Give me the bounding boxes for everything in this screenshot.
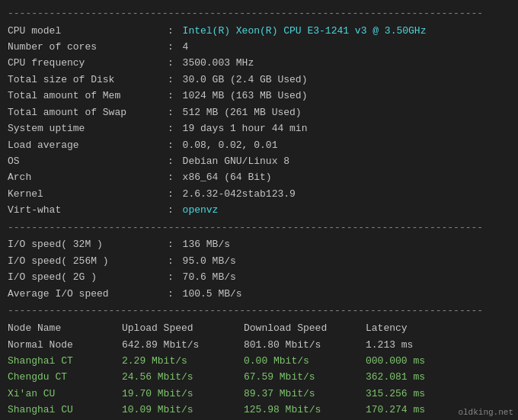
sys-info-row: Kernel: 2.6.32-042stab123.9 xyxy=(8,186,510,202)
sys-info-value: 19 days 1 hour 44 min xyxy=(183,120,308,136)
node-name: Shanghai CU xyxy=(8,402,122,418)
sys-info-value: Intel(R) Xeon(R) CPU E3-1241 v3 @ 3.50GH… xyxy=(183,23,427,39)
colon: : xyxy=(168,88,180,104)
sys-info-row: CPU model: Intel(R) Xeon(R) CPU E3-1241 … xyxy=(8,23,510,39)
col-header-node: Node Name xyxy=(8,320,122,337)
sys-info-value: 0.08, 0.02, 0.01 xyxy=(183,137,278,153)
io-speed-label: Average I/O speed xyxy=(8,286,168,302)
sys-info-value: Debian GNU/Linux 8 xyxy=(183,153,289,169)
divider-mid: ----------------------------------------… xyxy=(8,220,510,236)
colon: : xyxy=(168,253,180,269)
sys-info-row: Total amount of Mem: 1024 MB (163 MB Use… xyxy=(8,88,510,104)
sys-info-label: Number of cores xyxy=(8,39,168,55)
node-name: Shanghai CT xyxy=(8,353,122,369)
sys-info-row: System uptime: 19 days 1 hour 44 min xyxy=(8,120,510,136)
sys-info-label: Virt-what xyxy=(8,202,168,218)
upload-speed: 19.70 Mbit/s xyxy=(122,386,244,402)
system-info-section: CPU model: Intel(R) Xeon(R) CPU E3-1241 … xyxy=(8,21,510,220)
download-speed: 125.98 Mbit/s xyxy=(244,402,366,418)
latency: 315.256 ms xyxy=(366,386,457,402)
sys-info-row: Arch: x86_64 (64 Bit) xyxy=(8,169,510,185)
upload-speed: 10.09 Mbit/s xyxy=(122,402,244,418)
colon: : xyxy=(168,23,180,39)
sys-info-row: OS: Debian GNU/Linux 8 xyxy=(8,153,510,169)
sys-info-value: x86_64 (64 Bit) xyxy=(183,169,272,185)
sys-info-value: 4 xyxy=(183,39,189,55)
io-speed-label: I/O speed( 32M ) xyxy=(8,236,168,252)
io-speed-label: I/O speed( 256M ) xyxy=(8,253,168,269)
sys-info-value: 30.0 GB (2.4 GB Used) xyxy=(183,72,308,88)
sys-info-label: Total size of Disk xyxy=(8,72,168,88)
download-speed: 89.37 Mbit/s xyxy=(244,386,366,402)
io-speed-label: I/O speed( 2G ) xyxy=(8,269,168,285)
sys-info-value: openvz xyxy=(183,202,219,218)
upload-speed: 642.89 Mbit/s xyxy=(122,337,244,353)
colon: : xyxy=(168,186,180,202)
terminal-output: ----------------------------------------… xyxy=(8,6,510,420)
sys-info-row: Total amount of Swap: 512 MB (261 MB Use… xyxy=(8,104,510,120)
sys-info-label: OS xyxy=(8,153,168,169)
colon: : xyxy=(168,169,180,185)
table-row: Shanghai CU10.09 Mbit/s125.98 Mbit/s170.… xyxy=(8,402,510,418)
sys-info-label: Load average xyxy=(8,137,168,153)
colon: : xyxy=(168,269,180,285)
divider-bottom: ----------------------------------------… xyxy=(8,303,510,319)
colon: : xyxy=(168,137,180,153)
table-body: Normal Node642.89 Mbit/s801.80 Mbit/s1.2… xyxy=(8,337,510,420)
sys-info-label: CPU frequency xyxy=(8,55,168,71)
sys-info-label: Arch xyxy=(8,169,168,185)
table-row: Chengdu CT24.56 Mbit/s67.59 Mbit/s362.08… xyxy=(8,369,510,385)
io-speed-row: I/O speed( 256M ): 95.0 MB/s xyxy=(8,253,510,269)
colon: : xyxy=(168,104,180,120)
sys-info-value: 3500.003 MHz xyxy=(183,55,254,71)
download-speed: 0.00 Mbit/s xyxy=(244,353,366,369)
colon: : xyxy=(168,39,180,55)
io-speed-section: I/O speed( 32M ): 136 MB/sI/O speed( 256… xyxy=(8,235,510,303)
io-speed-row: I/O speed( 2G ): 70.6 MB/s xyxy=(8,269,510,285)
sys-info-label: CPU model xyxy=(8,23,168,39)
sys-info-label: Kernel xyxy=(8,186,168,202)
upload-speed: 24.56 Mbit/s xyxy=(122,369,244,385)
colon: : xyxy=(168,55,180,71)
io-speed-value: 136 MB/s xyxy=(183,236,230,252)
io-speed-row: Average I/O speed: 100.5 MB/s xyxy=(8,286,510,302)
colon: : xyxy=(168,153,180,169)
colon: : xyxy=(168,120,180,136)
col-header-upload: Upload Speed xyxy=(122,320,244,337)
sys-info-row: Virt-what: openvz xyxy=(8,202,510,218)
divider-top: ----------------------------------------… xyxy=(8,6,510,21)
colon: : xyxy=(168,286,180,302)
table-row: Normal Node642.89 Mbit/s801.80 Mbit/s1.2… xyxy=(8,337,510,353)
sys-info-label: Total amount of Mem xyxy=(8,88,168,104)
colon: : xyxy=(168,72,180,88)
sys-info-row: Load average: 0.08, 0.02, 0.01 xyxy=(8,137,510,153)
sys-info-value: 1024 MB (163 MB Used) xyxy=(183,88,308,104)
io-speed-row: I/O speed( 32M ): 136 MB/s xyxy=(8,236,510,252)
download-speed: 801.80 Mbit/s xyxy=(244,337,366,353)
network-table: Node Name Upload Speed Download Speed La… xyxy=(8,320,510,421)
node-name: Normal Node xyxy=(8,337,122,353)
table-row: Xi'an CU19.70 Mbit/s89.37 Mbit/s315.256 … xyxy=(8,386,510,402)
io-speed-value: 100.5 MB/s xyxy=(183,286,242,302)
sys-info-label: System uptime xyxy=(8,120,168,136)
latency: 000.000 ms xyxy=(366,353,457,369)
sys-info-row: Number of cores: 4 xyxy=(8,39,510,55)
latency: 362.081 ms xyxy=(366,369,457,385)
colon: : xyxy=(168,236,180,252)
colon: : xyxy=(168,202,180,218)
table-header-row: Node Name Upload Speed Download Speed La… xyxy=(8,320,510,337)
latency: 170.274 ms xyxy=(366,402,457,418)
sys-info-row: CPU frequency: 3500.003 MHz xyxy=(8,55,510,71)
sys-info-value: 512 MB (261 MB Used) xyxy=(183,104,302,120)
download-speed: 67.59 Mbit/s xyxy=(244,369,366,385)
upload-speed: 2.29 Mbit/s xyxy=(122,353,244,369)
sys-info-label: Total amount of Swap xyxy=(8,104,168,120)
sys-info-row: Total size of Disk: 30.0 GB (2.4 GB Used… xyxy=(8,72,510,88)
latency: 1.213 ms xyxy=(366,337,457,353)
table-row: Shanghai CT2.29 Mbit/s0.00 Mbit/s000.000… xyxy=(8,353,510,369)
node-name: Xi'an CU xyxy=(8,386,122,402)
col-header-latency: Latency xyxy=(366,320,457,337)
io-speed-value: 70.6 MB/s xyxy=(183,269,236,285)
sys-info-value: 2.6.32-042stab123.9 xyxy=(183,186,296,202)
col-header-download: Download Speed xyxy=(244,320,366,337)
